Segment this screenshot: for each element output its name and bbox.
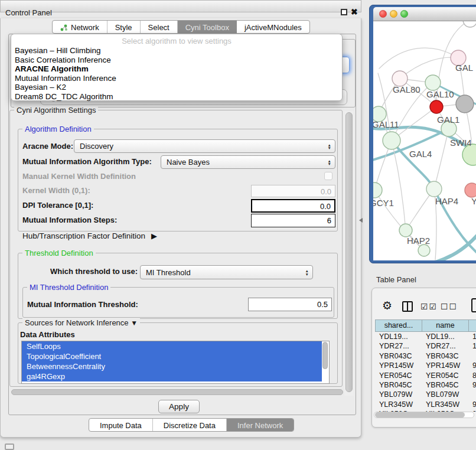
mi-threshold-input[interactable]: 0.5: [248, 298, 332, 311]
network-edge[interactable]: [392, 141, 434, 189]
table-row[interactable]: YBR045CYBR045C9.: [375, 380, 476, 390]
checked-columns-icon[interactable]: ☑☑: [420, 302, 438, 311]
table-row[interactable]: YPR145WYPR145W9.: [375, 361, 476, 370]
network-node[interactable]: [463, 21, 476, 27]
hub-definition-header[interactable]: Hub/Transcription Factor Definition▶: [22, 231, 157, 240]
tab-discretize-data[interactable]: Discretize Data: [153, 419, 227, 431]
threshold-group-title: Threshold Definition: [22, 249, 96, 257]
tab-impute-data[interactable]: Impute Data: [89, 419, 153, 431]
network-node-hap2[interactable]: [399, 224, 412, 237]
table-cell: 9.: [468, 361, 476, 370]
float-window-button[interactable]: [341, 9, 347, 15]
close-button[interactable]: ✖: [351, 7, 358, 17]
table-row[interactable]: YDR27...YDR27...12: [375, 341, 476, 351]
mi-type-combo[interactable]: Naive Bayes ▲▼: [161, 155, 335, 169]
mi-steps-label: Mutual Information Steps:: [22, 216, 117, 224]
column-layout-icon[interactable]: [402, 301, 413, 312]
algorithm-option[interactable]: ARACNE Algorithm: [15, 64, 340, 74]
tab-cyni-toolbox[interactable]: Cyni Toolbox: [178, 21, 237, 33]
traffic-light-zoom[interactable]: [400, 10, 408, 18]
attribute-item[interactable]: SelfLoops: [22, 341, 322, 351]
table-row[interactable]: YER054CYER054C8.: [375, 371, 476, 380]
tab-jactivemnodules[interactable]: jActiveMNodules: [237, 21, 309, 33]
node-label: GAL11: [373, 119, 399, 129]
manual-kernel-checkbox[interactable]: [324, 172, 332, 180]
algorithm-option[interactable]: Mutual Information Inference: [15, 74, 340, 83]
node-label: GAL: [455, 63, 473, 73]
network-node-hap4[interactable]: [426, 181, 442, 197]
algorithm-option[interactable]: Bayesian – K2: [15, 83, 340, 92]
network-node-gal1[interactable]: [430, 100, 443, 113]
window-title: Control Panel: [5, 8, 52, 17]
node-label: GAL4: [409, 149, 432, 159]
network-canvas[interactable]: GALGAL80GAL10GAL1SWI4GAL11GAL4GCY1HAP4YH…: [373, 21, 476, 260]
algorithm-option[interactable]: Basic Correlation Inference: [15, 56, 340, 65]
attribute-item[interactable]: BetweennessCentrality: [22, 361, 322, 371]
control-panel-tabbar: Network Style Select Cyni Toolbox jActiv…: [52, 20, 310, 34]
algorithm-definition-title: Algorithm Definition: [22, 125, 94, 133]
settings-vscrollbar-thumb[interactable]: [345, 112, 353, 392]
which-threshold-combo[interactable]: MI Threshold ▲▼: [140, 265, 313, 279]
combo-arrows-icon: ▲▼: [328, 159, 331, 165]
network-node-gcy1[interactable]: [373, 182, 382, 198]
table-cell: [468, 351, 476, 361]
dpi-tolerance-input[interactable]: 0.0: [251, 199, 335, 213]
network-node-gal10[interactable]: [425, 75, 441, 90]
table-cell: 12: [468, 341, 476, 351]
manual-kernel-label: Manual Kernel Width Definition: [22, 172, 136, 181]
network-node[interactable]: [456, 95, 474, 113]
mi-type-value: Naive Bayes: [167, 158, 210, 167]
table-cell: YLR345W: [422, 400, 468, 409]
network-node-gal4[interactable]: [383, 132, 400, 149]
apply-button[interactable]: Apply: [158, 400, 200, 413]
aracne-mode-combo[interactable]: Discovery ▲▼: [74, 139, 335, 153]
tab-style[interactable]: Style: [107, 21, 141, 33]
tab-infer-network[interactable]: Infer Network: [227, 419, 294, 431]
collapse-arrow-icon[interactable]: ▼: [131, 319, 138, 327]
tab-select[interactable]: Select: [141, 21, 178, 33]
sources-group-title[interactable]: Sources for Network Inference ▼: [22, 318, 140, 327]
expand-arrow-icon[interactable]: ▶: [151, 231, 157, 240]
network-titlebar[interactable]: [373, 7, 476, 21]
network-node-y[interactable]: [465, 183, 476, 197]
node-label: HAP2: [407, 236, 430, 246]
tab-network[interactable]: Network: [53, 21, 107, 33]
mi-type-label: Mutual Information Algorithm Type:: [22, 157, 152, 166]
table-header-cell[interactable]: name: [422, 319, 468, 332]
attribute-item[interactable]: TopologicalCoefficient: [22, 351, 322, 361]
table-cell: 8.: [468, 371, 476, 380]
table-row[interactable]: YBR043CYBR043C: [375, 351, 476, 361]
traffic-light-minimize[interactable]: [390, 10, 397, 18]
table-header-cell[interactable]: [468, 319, 476, 332]
table-cell: YBL079W: [375, 390, 422, 399]
kernel-width-input[interactable]: 0.0: [251, 185, 335, 197]
network-edge[interactable]: [428, 233, 476, 260]
table-header-cell[interactable]: shared...: [375, 319, 422, 332]
traffic-light-close[interactable]: [379, 10, 387, 18]
network-edge[interactable]: [434, 129, 449, 189]
clipped-toolbar-icon[interactable]: [471, 298, 476, 312]
algorithm-option[interactable]: Bayesian – Hill Climbing: [15, 46, 340, 56]
gear-icon[interactable]: ⚙: [382, 299, 392, 312]
unchecked-columns-icon[interactable]: ☐☐: [441, 302, 458, 311]
network-edge[interactable]: [400, 57, 458, 79]
table-row[interactable]: YDL19...YDL19...13: [375, 332, 476, 341]
network-node[interactable]: [418, 244, 430, 256]
table-cell: YBR043C: [375, 351, 422, 361]
table-cell: YDL19...: [375, 332, 422, 341]
table-row[interactable]: YLR345WYLR345W9.: [375, 400, 476, 409]
mi-steps-input[interactable]: 6: [251, 214, 335, 227]
table-row[interactable]: YBL079WYBL079W: [375, 390, 476, 399]
node-label: GAL1: [437, 115, 459, 125]
attributes-list-scrollbar[interactable]: [322, 342, 328, 369]
table-hscrollbar-thumb[interactable]: [375, 412, 465, 418]
algorithm-option[interactable]: Dream8 DC_TDC Algorithm: [15, 92, 340, 102]
float-panel-icon[interactable]: [5, 444, 14, 450]
table-cell: YBR043C: [422, 351, 468, 361]
tab-label: Cyni Toolbox: [185, 23, 229, 32]
network-edge[interactable]: [379, 48, 458, 69]
cyni-settings-title: Cyni Algorithm Settings: [14, 106, 98, 115]
attribute-item[interactable]: gal4RGexp: [22, 371, 322, 381]
settings-hscrollbar-thumb[interactable]: [11, 389, 343, 395]
table-cell: 13: [468, 332, 476, 341]
